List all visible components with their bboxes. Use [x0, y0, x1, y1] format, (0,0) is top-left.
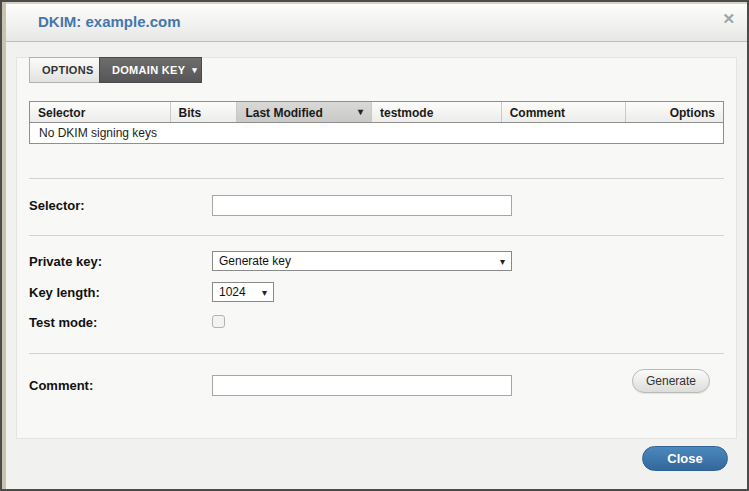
column-header-options[interactable]: Options: [626, 102, 723, 122]
tab-options-label: OPTIONS: [42, 64, 94, 76]
close-button[interactable]: Close: [642, 446, 728, 471]
selector-label: Selector:: [29, 198, 85, 213]
divider: [29, 235, 724, 236]
column-header-last-modified-label: Last Modified: [245, 106, 322, 120]
private-key-label: Private key:: [29, 254, 102, 269]
close-icon[interactable]: ✕: [722, 11, 735, 26]
caret-down-icon: ▾: [262, 287, 267, 298]
divider: [29, 353, 724, 354]
private-key-select[interactable]: Generate key ▾: [212, 251, 512, 271]
sort-down-icon: ▾: [358, 106, 363, 117]
caret-down-icon: ▾: [192, 65, 197, 75]
dkim-dialog: DKIM: example.com ✕ OPTIONS ▾ DOMAIN KEY…: [0, 0, 749, 491]
tab-domain-key-label: DOMAIN KEY: [112, 64, 185, 76]
key-length-selected-value: 1024: [219, 285, 246, 299]
tab-domain-key[interactable]: DOMAIN KEY ▾: [99, 57, 202, 83]
table-header-row: Selector Bits Last Modified ▾ testmode C…: [29, 101, 724, 123]
column-header-testmode[interactable]: testmode: [372, 102, 502, 122]
column-header-selector[interactable]: Selector: [30, 102, 171, 122]
test-mode-checkbox[interactable]: [212, 315, 225, 328]
generate-button[interactable]: Generate: [632, 369, 710, 393]
tab-options[interactable]: OPTIONS ▾: [29, 57, 100, 83]
dkim-keys-table: Selector Bits Last Modified ▾ testmode C…: [29, 101, 724, 144]
table-empty-row: No DKIM signing keys: [29, 123, 724, 144]
caret-down-icon: ▾: [500, 256, 505, 267]
comment-input[interactable]: [212, 375, 512, 396]
test-mode-label: Test mode:: [29, 315, 97, 330]
selector-input[interactable]: [212, 195, 512, 216]
private-key-selected-value: Generate key: [219, 254, 291, 268]
dialog-title: DKIM: example.com: [38, 13, 181, 30]
divider: [29, 178, 724, 179]
dialog-header: DKIM: example.com ✕: [6, 4, 747, 42]
column-header-comment[interactable]: Comment: [502, 102, 627, 122]
column-header-last-modified[interactable]: Last Modified ▾: [237, 102, 372, 122]
key-length-label: Key length:: [29, 285, 100, 300]
comment-label: Comment:: [29, 378, 93, 393]
column-header-bits[interactable]: Bits: [171, 102, 238, 122]
dialog-left-accent: [2, 2, 6, 489]
key-length-select[interactable]: 1024 ▾: [212, 282, 274, 302]
